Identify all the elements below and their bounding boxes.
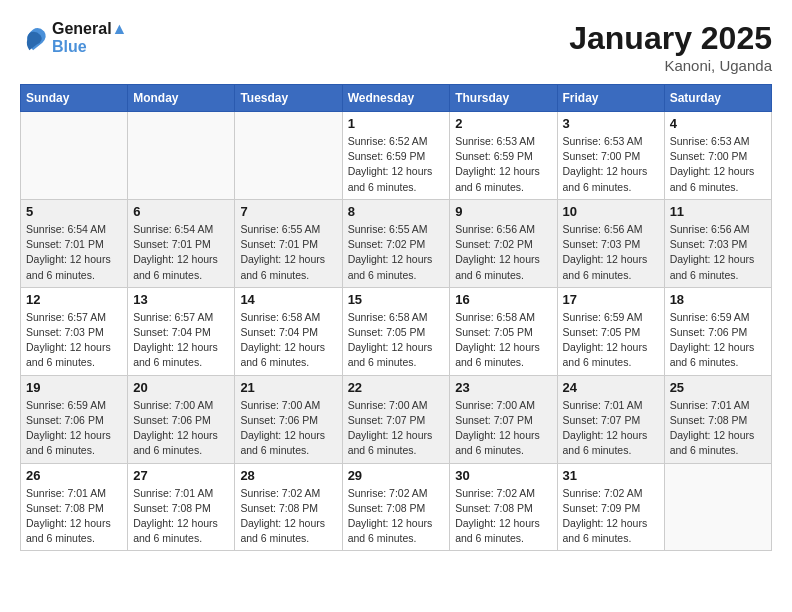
calendar-cell: 29Sunrise: 7:02 AMSunset: 7:08 PMDayligh… — [342, 463, 450, 551]
logo-icon — [20, 24, 48, 52]
calendar-cell: 12Sunrise: 6:57 AMSunset: 7:03 PMDayligh… — [21, 287, 128, 375]
day-info: Sunrise: 6:57 AMSunset: 7:04 PMDaylight:… — [133, 310, 229, 371]
day-number: 12 — [26, 292, 122, 307]
day-number: 9 — [455, 204, 551, 219]
calendar-cell — [21, 112, 128, 200]
calendar-week-row: 5Sunrise: 6:54 AMSunset: 7:01 PMDaylight… — [21, 199, 772, 287]
day-number: 19 — [26, 380, 122, 395]
day-info: Sunrise: 6:55 AMSunset: 7:02 PMDaylight:… — [348, 222, 445, 283]
day-info: Sunrise: 6:54 AMSunset: 7:01 PMDaylight:… — [133, 222, 229, 283]
calendar-cell: 19Sunrise: 6:59 AMSunset: 7:06 PMDayligh… — [21, 375, 128, 463]
day-number: 25 — [670, 380, 766, 395]
calendar-cell: 2Sunrise: 6:53 AMSunset: 6:59 PMDaylight… — [450, 112, 557, 200]
day-number: 4 — [670, 116, 766, 131]
day-info: Sunrise: 6:56 AMSunset: 7:03 PMDaylight:… — [670, 222, 766, 283]
day-number: 13 — [133, 292, 229, 307]
day-info: Sunrise: 7:02 AMSunset: 7:08 PMDaylight:… — [455, 486, 551, 547]
day-number: 10 — [563, 204, 659, 219]
day-info: Sunrise: 7:01 AMSunset: 7:08 PMDaylight:… — [133, 486, 229, 547]
day-info: Sunrise: 6:58 AMSunset: 7:05 PMDaylight:… — [348, 310, 445, 371]
day-info: Sunrise: 7:01 AMSunset: 7:07 PMDaylight:… — [563, 398, 659, 459]
day-number: 28 — [240, 468, 336, 483]
day-number: 7 — [240, 204, 336, 219]
calendar-cell: 10Sunrise: 6:56 AMSunset: 7:03 PMDayligh… — [557, 199, 664, 287]
page-header: General▲ Blue January 2025 Kanoni, Ugand… — [20, 20, 772, 74]
day-info: Sunrise: 7:00 AMSunset: 7:06 PMDaylight:… — [133, 398, 229, 459]
day-number: 30 — [455, 468, 551, 483]
day-info: Sunrise: 7:00 AMSunset: 7:06 PMDaylight:… — [240, 398, 336, 459]
day-info: Sunrise: 6:59 AMSunset: 7:05 PMDaylight:… — [563, 310, 659, 371]
day-number: 21 — [240, 380, 336, 395]
calendar-cell: 28Sunrise: 7:02 AMSunset: 7:08 PMDayligh… — [235, 463, 342, 551]
day-info: Sunrise: 7:00 AMSunset: 7:07 PMDaylight:… — [455, 398, 551, 459]
calendar-cell — [664, 463, 771, 551]
day-info: Sunrise: 6:58 AMSunset: 7:04 PMDaylight:… — [240, 310, 336, 371]
weekday-header: Sunday — [21, 85, 128, 112]
calendar-cell: 6Sunrise: 6:54 AMSunset: 7:01 PMDaylight… — [128, 199, 235, 287]
day-info: Sunrise: 6:52 AMSunset: 6:59 PMDaylight:… — [348, 134, 445, 195]
day-number: 26 — [26, 468, 122, 483]
day-number: 1 — [348, 116, 445, 131]
calendar-week-row: 1Sunrise: 6:52 AMSunset: 6:59 PMDaylight… — [21, 112, 772, 200]
weekday-header: Tuesday — [235, 85, 342, 112]
calendar-cell: 16Sunrise: 6:58 AMSunset: 7:05 PMDayligh… — [450, 287, 557, 375]
calendar-table: SundayMondayTuesdayWednesdayThursdayFrid… — [20, 84, 772, 551]
day-info: Sunrise: 6:59 AMSunset: 7:06 PMDaylight:… — [670, 310, 766, 371]
day-info: Sunrise: 7:00 AMSunset: 7:07 PMDaylight:… — [348, 398, 445, 459]
weekday-header: Saturday — [664, 85, 771, 112]
day-number: 6 — [133, 204, 229, 219]
day-info: Sunrise: 6:58 AMSunset: 7:05 PMDaylight:… — [455, 310, 551, 371]
calendar-cell: 5Sunrise: 6:54 AMSunset: 7:01 PMDaylight… — [21, 199, 128, 287]
calendar-cell: 17Sunrise: 6:59 AMSunset: 7:05 PMDayligh… — [557, 287, 664, 375]
day-info: Sunrise: 7:01 AMSunset: 7:08 PMDaylight:… — [670, 398, 766, 459]
day-info: Sunrise: 6:56 AMSunset: 7:02 PMDaylight:… — [455, 222, 551, 283]
day-number: 16 — [455, 292, 551, 307]
day-number: 14 — [240, 292, 336, 307]
month-title: January 2025 — [569, 20, 772, 57]
day-number: 31 — [563, 468, 659, 483]
day-number: 15 — [348, 292, 445, 307]
calendar-cell: 24Sunrise: 7:01 AMSunset: 7:07 PMDayligh… — [557, 375, 664, 463]
calendar-cell: 13Sunrise: 6:57 AMSunset: 7:04 PMDayligh… — [128, 287, 235, 375]
day-number: 20 — [133, 380, 229, 395]
weekday-header: Monday — [128, 85, 235, 112]
calendar-week-row: 19Sunrise: 6:59 AMSunset: 7:06 PMDayligh… — [21, 375, 772, 463]
logo: General▲ Blue — [20, 20, 127, 56]
calendar-cell: 26Sunrise: 7:01 AMSunset: 7:08 PMDayligh… — [21, 463, 128, 551]
day-info: Sunrise: 7:01 AMSunset: 7:08 PMDaylight:… — [26, 486, 122, 547]
title-block: January 2025 Kanoni, Uganda — [569, 20, 772, 74]
weekday-header-row: SundayMondayTuesdayWednesdayThursdayFrid… — [21, 85, 772, 112]
calendar-week-row: 26Sunrise: 7:01 AMSunset: 7:08 PMDayligh… — [21, 463, 772, 551]
calendar-week-row: 12Sunrise: 6:57 AMSunset: 7:03 PMDayligh… — [21, 287, 772, 375]
calendar-cell — [128, 112, 235, 200]
day-number: 8 — [348, 204, 445, 219]
day-info: Sunrise: 6:55 AMSunset: 7:01 PMDaylight:… — [240, 222, 336, 283]
day-number: 27 — [133, 468, 229, 483]
calendar-cell: 23Sunrise: 7:00 AMSunset: 7:07 PMDayligh… — [450, 375, 557, 463]
calendar-cell: 27Sunrise: 7:01 AMSunset: 7:08 PMDayligh… — [128, 463, 235, 551]
day-info: Sunrise: 6:53 AMSunset: 7:00 PMDaylight:… — [670, 134, 766, 195]
logo-text: General▲ Blue — [52, 20, 127, 56]
calendar-cell: 8Sunrise: 6:55 AMSunset: 7:02 PMDaylight… — [342, 199, 450, 287]
weekday-header: Wednesday — [342, 85, 450, 112]
calendar-cell: 11Sunrise: 6:56 AMSunset: 7:03 PMDayligh… — [664, 199, 771, 287]
calendar-cell: 15Sunrise: 6:58 AMSunset: 7:05 PMDayligh… — [342, 287, 450, 375]
day-info: Sunrise: 6:54 AMSunset: 7:01 PMDaylight:… — [26, 222, 122, 283]
calendar-cell: 14Sunrise: 6:58 AMSunset: 7:04 PMDayligh… — [235, 287, 342, 375]
day-info: Sunrise: 6:53 AMSunset: 7:00 PMDaylight:… — [563, 134, 659, 195]
day-info: Sunrise: 7:02 AMSunset: 7:09 PMDaylight:… — [563, 486, 659, 547]
calendar-cell: 3Sunrise: 6:53 AMSunset: 7:00 PMDaylight… — [557, 112, 664, 200]
day-number: 3 — [563, 116, 659, 131]
day-number: 2 — [455, 116, 551, 131]
day-number: 11 — [670, 204, 766, 219]
day-number: 18 — [670, 292, 766, 307]
day-info: Sunrise: 6:57 AMSunset: 7:03 PMDaylight:… — [26, 310, 122, 371]
calendar-cell: 20Sunrise: 7:00 AMSunset: 7:06 PMDayligh… — [128, 375, 235, 463]
weekday-header: Thursday — [450, 85, 557, 112]
day-number: 24 — [563, 380, 659, 395]
location: Kanoni, Uganda — [569, 57, 772, 74]
day-number: 22 — [348, 380, 445, 395]
day-info: Sunrise: 6:53 AMSunset: 6:59 PMDaylight:… — [455, 134, 551, 195]
day-number: 17 — [563, 292, 659, 307]
day-number: 29 — [348, 468, 445, 483]
